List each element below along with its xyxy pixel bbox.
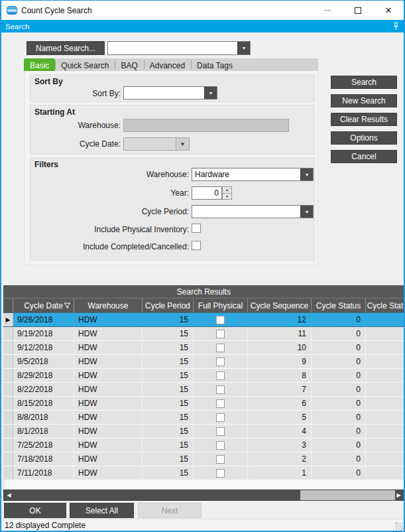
- full-physical-checkbox[interactable]: [216, 316, 225, 324]
- include-completed-checkbox[interactable]: [192, 241, 201, 250]
- full-physical-checkbox[interactable]: [216, 344, 225, 352]
- clear-results-button[interactable]: Clear Results: [331, 113, 397, 126]
- column-header-cycle-stat[interactable]: Cycle Stat: [366, 299, 404, 312]
- table-row[interactable]: 7/11/2018 HDW 15 1 0: [3, 466, 404, 480]
- table-row[interactable]: 8/1/2018 HDW 15 4 0: [3, 425, 404, 438]
- spinner-up-button[interactable]: ▲: [223, 187, 231, 194]
- cell-full-physical: [194, 452, 248, 466]
- cell-cycle-status: 0: [312, 411, 366, 424]
- cell-warehouse: HDW: [74, 383, 143, 396]
- scroll-right-button[interactable]: ▶: [394, 490, 404, 500]
- named-search-button[interactable]: Named Search...: [27, 41, 105, 55]
- full-physical-checkbox[interactable]: [216, 330, 225, 338]
- options-button[interactable]: Options: [331, 131, 397, 145]
- filter-cycle-period-dropdown-button[interactable]: ▼: [300, 206, 313, 218]
- ok-button[interactable]: OK: [4, 503, 66, 518]
- search-results-header: Search Results: [3, 285, 404, 298]
- cell-cycle-date: 9/12/2018: [13, 341, 74, 354]
- scroll-left-icon: ◀: [7, 492, 11, 498]
- table-row[interactable]: 7/25/2018 HDW 15 3 0: [3, 438, 404, 452]
- resize-grip-icon[interactable]: [395, 522, 403, 530]
- tab-basic[interactable]: Basic: [24, 58, 55, 71]
- sort-by-combo[interactable]: ▼: [123, 86, 217, 100]
- spinner-down-button[interactable]: ▼: [223, 194, 231, 200]
- filter-cycle-period-value: [192, 206, 300, 218]
- search-button[interactable]: Search: [331, 76, 397, 89]
- cell-cycle-status: 0: [312, 383, 366, 396]
- table-row[interactable]: 8/15/2018 HDW 15 6 0: [3, 397, 404, 411]
- horizontal-scrollbar[interactable]: ◀ ▶: [3, 490, 404, 501]
- filter-year-input[interactable]: [192, 186, 222, 200]
- starting-cycle-date-dropdown-button[interactable]: ▼: [176, 138, 189, 150]
- cell-cycle-period: 15: [143, 313, 194, 326]
- row-marker: ▶: [3, 313, 13, 326]
- tab-baq[interactable]: BAQ: [115, 58, 143, 71]
- table-row[interactable]: 8/22/2018 HDW 15 7 0: [3, 383, 404, 397]
- include-physical-checkbox[interactable]: [192, 224, 201, 233]
- cell-cycle-stat: [366, 383, 404, 396]
- full-physical-checkbox[interactable]: [216, 371, 225, 380]
- cell-cycle-stat: [366, 452, 404, 466]
- table-row[interactable]: 9/19/2018 HDW 15 11 0: [3, 327, 404, 341]
- table-row[interactable]: ▶ 9/26/2018 HDW 15 12 0: [3, 312, 404, 327]
- scrollbar-thumb[interactable]: [300, 490, 395, 500]
- table-row[interactable]: 8/29/2018 HDW 15 8 0: [3, 369, 404, 383]
- starting-cycle-date-combo[interactable]: ▼: [123, 137, 190, 151]
- cell-cycle-period: 15: [143, 452, 194, 466]
- filter-icon[interactable]: [64, 302, 71, 309]
- full-physical-checkbox[interactable]: [216, 441, 225, 450]
- table-row[interactable]: 9/12/2018 HDW 15 10 0: [3, 341, 404, 355]
- sort-by-dropdown-button[interactable]: ▼: [204, 87, 217, 99]
- full-physical-checkbox[interactable]: [216, 455, 225, 464]
- maximize-button[interactable]: [343, 1, 373, 20]
- row-marker: [3, 327, 13, 340]
- column-header-cycle-period[interactable]: Cycle Period: [143, 299, 194, 312]
- tab-advanced[interactable]: Advanced: [144, 58, 191, 71]
- column-header-cycle-sequence[interactable]: Cycle Sequence: [248, 299, 312, 312]
- cell-cycle-sequence: 8: [248, 369, 312, 382]
- filter-cycle-period-combo[interactable]: ▼: [192, 205, 314, 218]
- named-search-combo[interactable]: ▼: [107, 41, 251, 55]
- new-search-button[interactable]: New Search: [331, 94, 397, 107]
- cell-cycle-date: 8/22/2018: [13, 383, 74, 396]
- full-physical-checkbox[interactable]: [216, 469, 225, 478]
- filter-warehouse-dropdown-button[interactable]: ▼: [300, 168, 313, 180]
- cell-warehouse: HDW: [74, 438, 143, 452]
- cell-warehouse: HDW: [74, 327, 143, 340]
- tab-data-tags[interactable]: Data Tags: [191, 58, 239, 71]
- tab-quick-search[interactable]: Quick Search: [55, 58, 115, 71]
- full-physical-checkbox[interactable]: [216, 413, 225, 422]
- scroll-left-button[interactable]: ◀: [4, 490, 14, 500]
- select-all-button[interactable]: Select All: [70, 503, 134, 518]
- filter-warehouse-label: Warehouse:: [30, 170, 189, 179]
- cell-cycle-status: 0: [312, 397, 366, 410]
- column-header-full-physical[interactable]: Full Physical: [194, 299, 248, 312]
- table-row[interactable]: 7/18/2018 HDW 15 2 0: [3, 452, 404, 466]
- column-header-warehouse[interactable]: Warehouse: [74, 299, 143, 312]
- cell-cycle-sequence: 3: [248, 438, 312, 452]
- close-button[interactable]: ✕: [373, 1, 404, 20]
- column-header-cycle-status[interactable]: Cycle Status: [312, 299, 366, 312]
- grid-column-headers: Cycle Date Warehouse Cycle Period Full P…: [3, 298, 404, 312]
- cell-cycle-date: 7/18/2018: [13, 452, 74, 466]
- cell-cycle-period: 15: [143, 411, 194, 424]
- minimize-button[interactable]: [312, 1, 343, 20]
- column-header-cycle-date[interactable]: Cycle Date: [13, 299, 74, 312]
- include-completed-label: Include Completed/Cancelled:: [30, 242, 189, 251]
- filters-group: Filters Warehouse: Hardware ▼ Year: ▲ ▼ …: [30, 157, 315, 261]
- full-physical-checkbox[interactable]: [216, 399, 225, 408]
- cell-cycle-sequence: 12: [248, 313, 312, 326]
- table-row[interactable]: 8/8/2018 HDW 15 5 0: [3, 411, 404, 425]
- table-row[interactable]: 9/5/2018 HDW 15 9 0: [3, 355, 404, 369]
- pin-button[interactable]: [392, 22, 400, 31]
- cancel-button[interactable]: Cancel: [331, 150, 397, 163]
- cell-cycle-sequence: 9: [248, 355, 312, 368]
- filter-cycle-period-label: Cycle Period:: [30, 207, 189, 216]
- full-physical-checkbox[interactable]: [216, 427, 225, 436]
- full-physical-checkbox[interactable]: [216, 385, 225, 394]
- filter-warehouse-combo[interactable]: Hardware ▼: [192, 168, 314, 181]
- full-physical-checkbox[interactable]: [216, 358, 225, 366]
- named-search-dropdown-button[interactable]: ▼: [237, 42, 250, 54]
- cell-cycle-status: 0: [312, 369, 366, 382]
- cell-cycle-date: 8/8/2018: [13, 411, 74, 424]
